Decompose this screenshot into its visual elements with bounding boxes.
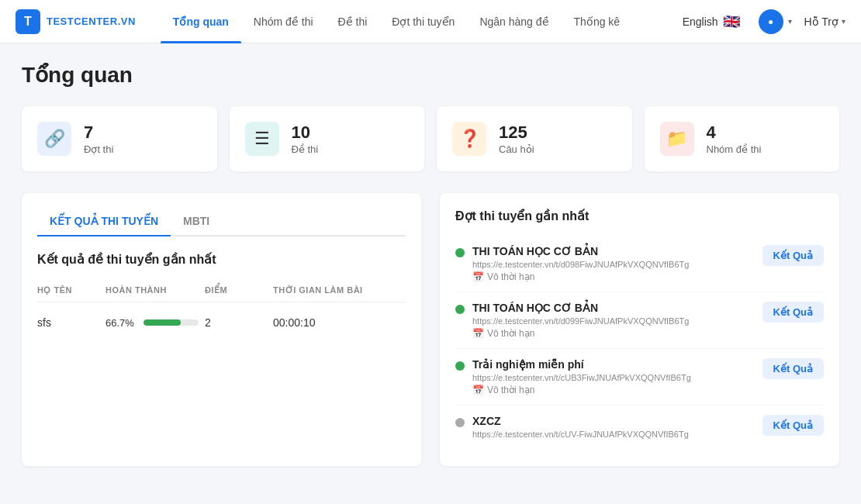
exam-time-1: 📅 Vô thời hạn xyxy=(472,328,755,339)
dothi-label: Đợt thi xyxy=(84,143,113,155)
chevron-down-icon: ▾ xyxy=(788,17,792,26)
language-button[interactable]: English 🇬🇧 xyxy=(676,10,746,33)
col-hoanthanh: HOÀN THÀNH xyxy=(105,285,199,295)
nav-right: English 🇬🇧 ● ▾ Hỗ Trợ ▾ xyxy=(676,6,845,37)
row-completion: 66.7% xyxy=(105,317,199,329)
cauhoi-icon: ❓ xyxy=(452,122,486,156)
status-dot-3 xyxy=(455,418,465,427)
nav-item-tongguan[interactable]: Tổng quan xyxy=(161,0,241,43)
right-panel: Đợt thi tuyển gần nhất THI TOÁN HỌC CƠ B… xyxy=(440,193,839,466)
stat-card-cauhoi: ❓ 125 Câu hỏi xyxy=(437,106,632,171)
left-panel: KẾT QUẢ THI TUYẾN MBTI Kết quả đề thi tu… xyxy=(22,193,421,466)
nhomdethi-label: Nhóm đề thi xyxy=(707,143,762,155)
navbar: T TESTCENTER.VN Tổng quan Nhóm đề thi Đề… xyxy=(0,0,861,43)
result-table-header: HỌ TÊN HOÀN THÀNH ĐIỂM THỜI GIAN LÀM BÀI xyxy=(37,279,406,302)
exam-item-0: THI TOÁN HỌC CƠ BẢN https://e.testcenter… xyxy=(455,236,824,292)
nav-item-dotthintuyen[interactable]: Đợt thi tuyển xyxy=(379,0,467,43)
exam-url-3: https://e.testcenter.vn/t/cUV-FiwJNUAfPk… xyxy=(472,430,755,439)
exam-info-0: THI TOÁN HỌC CƠ BẢN https://e.testcenter… xyxy=(472,245,755,282)
exam-url-1: https://e.testcenter.vn/t/d099FiwJNUAfPk… xyxy=(472,316,755,326)
exam-name-0: THI TOÁN HỌC CƠ BẢN xyxy=(472,245,755,257)
result-button-2[interactable]: Kết Quả xyxy=(762,358,824,379)
logo-text: TESTCENTER.VN xyxy=(47,16,136,27)
nav-item-nhomdethi[interactable]: Nhóm đề thi xyxy=(241,0,326,43)
avatar-button[interactable]: ● ▾ xyxy=(756,6,795,37)
calendar-icon-0: 📅 xyxy=(472,271,484,282)
exam-info-2: Trải nghiệm miễn phí https://e.testcente… xyxy=(472,358,755,395)
status-dot-2 xyxy=(455,361,465,371)
result-button-1[interactable]: Kết Quả xyxy=(762,302,824,323)
right-panel-title: Đợt thi tuyển gần nhất xyxy=(455,209,824,223)
cauhoi-info: 125 Câu hỏi xyxy=(499,123,534,154)
nav-item-thongke[interactable]: Thống kê xyxy=(562,0,633,43)
stat-cards: 🔗 7 Đợt thi ☰ 10 Đề thi ❓ 125 Câu hỏi 📁 … xyxy=(22,106,839,171)
cauhoi-label: Câu hỏi xyxy=(499,143,534,155)
nhomdethi-icon: 📁 xyxy=(660,122,694,156)
stat-card-nhomdethi: 📁 4 Nhóm đề thi xyxy=(645,106,840,171)
nav-item-nganhandde[interactable]: Ngân hàng đề xyxy=(467,0,561,43)
exam-url-0: https://e.testcenter.vn/t/d098FiwJNUAfPk… xyxy=(472,260,755,269)
result-button-0[interactable]: Kết Quả xyxy=(762,245,824,266)
completion-pct: 66.7% xyxy=(105,317,134,329)
dothi-number: 7 xyxy=(84,123,113,143)
col-diem: ĐIỂM xyxy=(205,285,267,295)
result-button-3[interactable]: Kết Quả xyxy=(762,415,824,436)
flag-icon: 🇬🇧 xyxy=(723,13,740,30)
exam-item-1: THI TOÁN HỌC CƠ BẢN https://e.testcenter… xyxy=(455,292,824,349)
cauhoi-number: 125 xyxy=(499,123,534,143)
status-dot-0 xyxy=(455,248,465,257)
progress-bar-fill xyxy=(144,319,181,326)
calendar-icon-1: 📅 xyxy=(472,328,484,339)
row-time: 00:00:10 xyxy=(273,316,406,329)
exam-name-1: THI TOÁN HỌC CƠ BẢN xyxy=(472,302,755,314)
chevron-down-icon: ▾ xyxy=(842,17,845,26)
progress-bar-bg xyxy=(144,319,199,326)
exam-item-2: Trải nghiệm miễn phí https://e.testcente… xyxy=(455,349,824,406)
nav-links: Tổng quan Nhóm đề thi Đề thi Đợt thi tuy… xyxy=(161,0,676,43)
status-dot-1 xyxy=(455,305,465,314)
nhomdethi-number: 4 xyxy=(707,123,762,143)
tab-ketquathituyen[interactable]: KẾT QUẢ THI TUYẾN xyxy=(37,209,171,235)
exam-name-2: Trải nghiệm miễn phí xyxy=(472,358,755,371)
stat-card-dothi: 🔗 7 Đợt thi xyxy=(22,106,217,171)
bottom-grid: KẾT QUẢ THI TUYẾN MBTI Kết quả đề thi tu… xyxy=(22,193,839,466)
nav-item-dethi[interactable]: Đề thi xyxy=(326,0,380,43)
col-thoigian: THỜI GIAN LÀM BÀI xyxy=(273,285,406,295)
page-content: Tổng quan 🔗 7 Đợt thi ☰ 10 Đề thi ❓ 125 … xyxy=(0,43,861,485)
result-section-title: Kết quả đề thi tuyển gần nhất xyxy=(37,252,406,267)
exam-url-2: https://e.testcenter.vn/t/cUB3FiwJNUAfPk… xyxy=(472,373,755,382)
dethi-label: Đề thi xyxy=(292,143,319,155)
exam-time-0: 📅 Vô thời hạn xyxy=(472,271,755,282)
row-name: sfs xyxy=(37,316,99,329)
tab-mbti[interactable]: MBTI xyxy=(171,209,222,235)
col-hoten: HỌ TÊN xyxy=(37,285,99,295)
logo[interactable]: T TESTCENTER.VN xyxy=(16,9,136,34)
calendar-icon-2: 📅 xyxy=(472,385,484,395)
dethi-icon: ☰ xyxy=(245,122,279,156)
dothi-info: 7 Đợt thi xyxy=(84,123,113,154)
stat-card-dethi: ☰ 10 Đề thi xyxy=(230,106,425,171)
row-score: 2 xyxy=(205,316,267,329)
tab-row: KẾT QUẢ THI TUYẾN MBTI xyxy=(37,209,406,236)
avatar: ● xyxy=(759,9,783,34)
exam-item-3: XZCZ https://e.testcenter.vn/t/cUV-FiwJN… xyxy=(455,406,824,450)
exam-info-3: XZCZ https://e.testcenter.vn/t/cUV-FiwJN… xyxy=(472,415,755,441)
help-button[interactable]: Hỗ Trợ ▾ xyxy=(804,16,845,28)
table-row: sfs 66.7% 2 00:00:10 xyxy=(37,309,406,337)
page-title: Tổng quan xyxy=(22,62,839,88)
nhomdethi-info: 4 Nhóm đề thi xyxy=(707,123,762,154)
exam-time-2: 📅 Vô thời hạn xyxy=(472,385,755,395)
exam-info-1: THI TOÁN HỌC CƠ BẢN https://e.testcenter… xyxy=(472,302,755,339)
dethi-number: 10 xyxy=(292,123,319,143)
exam-name-3: XZCZ xyxy=(472,415,755,427)
language-label: English xyxy=(683,16,718,28)
dothi-icon: 🔗 xyxy=(37,122,71,156)
logo-icon: T xyxy=(16,9,40,34)
dethi-info: 10 Đề thi xyxy=(292,123,319,154)
help-label: Hỗ Trợ xyxy=(804,16,839,28)
